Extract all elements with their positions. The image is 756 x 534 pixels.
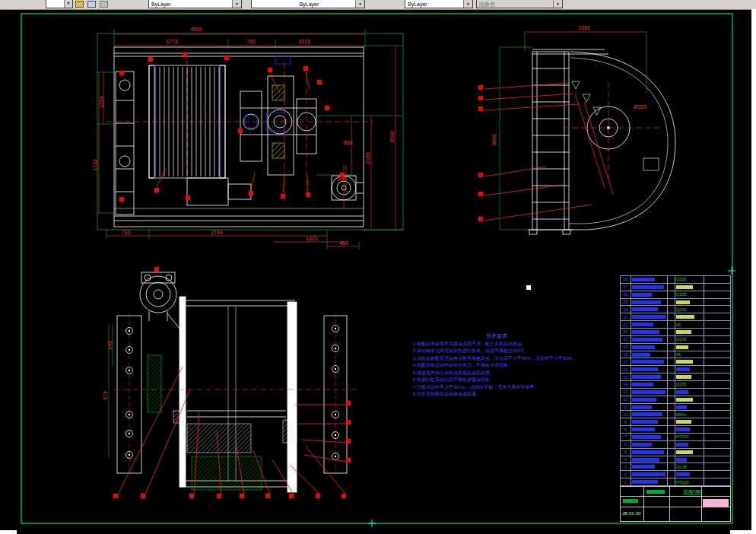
highlight-cell[interactable]	[703, 499, 729, 507]
dim-1321: 1321	[306, 236, 318, 241]
right-scroll-strip[interactable]	[751, 9, 756, 534]
bom-item-no: 6	[621, 441, 631, 448]
marker-square	[478, 106, 483, 111]
chevron-down-icon[interactable]: ▼	[232, 0, 241, 8]
tech-notes-title: 技术要求	[413, 332, 580, 340]
bom-row: 9	[621, 418, 730, 426]
bom-item-no: 20	[621, 336, 631, 343]
bom-remark	[704, 449, 730, 456]
linetype-combo[interactable]: ByLayer ▼	[251, 0, 365, 8]
bom-row: 17	[621, 358, 730, 366]
hatch-green	[192, 456, 262, 490]
bom-qty	[668, 284, 675, 291]
bom-remark	[704, 306, 730, 313]
bom-qty	[668, 478, 675, 485]
bom-row: 4	[621, 456, 730, 464]
bom-qty	[668, 276, 675, 283]
bom-row: 5	[621, 449, 730, 456]
color-combo[interactable]: ByLayer ▼	[148, 0, 242, 8]
chevron-down-icon[interactable]: ▼	[355, 0, 364, 8]
bom-item-no: 3	[621, 463, 631, 470]
bom-qty	[668, 389, 675, 396]
bom-material	[675, 426, 704, 433]
bom-qty	[668, 351, 675, 358]
bom-qty	[668, 449, 675, 456]
bom-qty	[668, 463, 675, 470]
bom-part-name	[631, 373, 668, 380]
title-cell-bar	[623, 499, 638, 503]
marker-square	[316, 494, 320, 498]
bom-part-name	[631, 321, 668, 328]
bom-item-no: 21	[621, 329, 631, 335]
layer-icon[interactable]	[75, 1, 84, 8]
bom-part-name	[631, 366, 668, 373]
bom-material: Q235	[675, 276, 704, 283]
marker-square	[224, 56, 229, 60]
bom-remark	[704, 291, 730, 298]
bom-material	[675, 441, 704, 448]
bom-remark	[704, 441, 730, 448]
bom-remark	[704, 463, 730, 470]
plotstyle-combo-value: 随颜色	[479, 2, 495, 7]
marker-square	[281, 194, 285, 199]
bom-qty	[668, 426, 675, 433]
front-view: 4590 1773 730 1015 1154 1732 3900 2106 8…	[93, 27, 403, 250]
bom-item-no: 16	[621, 366, 631, 373]
bom-material	[675, 389, 704, 396]
lineweight-combo[interactable]: ByLayer ▼	[405, 0, 473, 8]
bom-item-no: 27	[621, 284, 631, 291]
chevron-down-icon[interactable]: ▼	[463, 0, 472, 8]
marker-square	[478, 85, 483, 90]
marker-square	[265, 494, 270, 498]
dim-733: 733	[121, 230, 130, 235]
bom-row: 1HT200	[621, 478, 730, 485]
bom-part-name	[631, 441, 668, 448]
layer-prev-icon[interactable]	[100, 1, 108, 8]
bom-qty	[668, 344, 675, 351]
section-view: 245 574	[103, 272, 357, 492]
chevron-down-icon[interactable]: ▼	[64, 0, 72, 8]
bom-item-no: 2	[621, 471, 631, 478]
marker-square	[317, 80, 322, 84]
bom-qty	[668, 299, 675, 306]
bom-row: 7HT200	[621, 434, 730, 441]
dim-574: 574	[103, 391, 108, 400]
bom-part-name	[631, 276, 668, 283]
marker-square	[148, 57, 153, 62]
marker-square	[238, 129, 243, 133]
right-bolt-plate	[324, 316, 347, 473]
layer-combo-stub[interactable]: ▼	[46, 0, 73, 8]
marker-square	[186, 195, 190, 200]
note-line: 5.减速器内加注齿轮油至规定油面高度。	[413, 370, 580, 377]
bom-qty	[668, 329, 675, 335]
note-line: 1.装配前所有零件用煤油清洗干净，配合表面涂润滑油。	[413, 341, 580, 348]
bom-item-no: 10	[621, 411, 631, 418]
marker-square	[478, 217, 483, 221]
bom-item-no: 22	[621, 321, 631, 328]
layer-states-icon[interactable]	[87, 1, 96, 8]
bottom-right-corner	[730, 530, 751, 534]
hatch-yellow	[272, 143, 284, 158]
bom-remark	[704, 299, 730, 306]
bom-material	[675, 418, 704, 425]
bom-row: 27	[621, 284, 730, 291]
properties-toolbar: ▼ ByLayer ▼ ByLayer ▼ ByLayer ▼ 随颜色 ▼	[0, 0, 756, 10]
bom-remark	[704, 418, 730, 425]
bom-remark	[704, 456, 730, 463]
bom-part-name	[631, 344, 668, 351]
bom-remark	[704, 471, 730, 478]
bom-row: 20Q235	[621, 336, 730, 344]
marker-square	[306, 192, 310, 197]
hatch-green	[148, 355, 161, 412]
bom-part-name	[631, 291, 668, 298]
bom-item-no: 24	[621, 306, 631, 313]
grip-point[interactable]	[526, 285, 531, 290]
marker-square	[289, 494, 294, 498]
bom-item-no: 18	[621, 351, 631, 358]
bom-remark	[704, 373, 730, 380]
tech-notes: 技术要求 1.装配前所有零件用煤油清洗干净，配合表面涂润滑油。2.滚动轴承允许用…	[413, 332, 580, 399]
marker-square	[183, 52, 187, 57]
bom-part-name	[631, 284, 668, 291]
bom-qty	[668, 366, 675, 373]
bom-row: 25	[621, 299, 730, 307]
